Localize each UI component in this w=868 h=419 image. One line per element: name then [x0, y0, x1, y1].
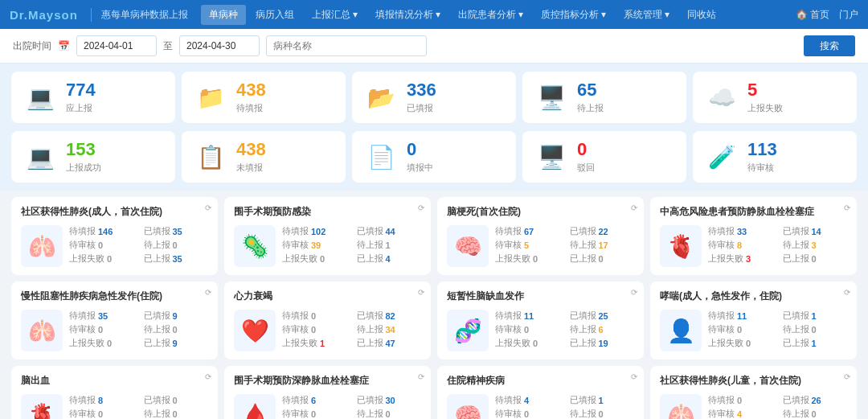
disease-corner-icon-0[interactable]: ⟳: [205, 203, 211, 212]
nav-item-tianbaofenxi[interactable]: 填报情况分析 ▾: [367, 5, 448, 25]
header-right: 🏠 首页 门户: [796, 8, 858, 22]
disease-corner-icon-4[interactable]: ⟳: [205, 288, 211, 297]
disease-img-6: 🧬: [447, 310, 489, 351]
disease-card-4: 慢性阻塞性肺疾病急性发作(住院) ⟳ 🫁 待填报 35 已填报 9 待审核 0 …: [11, 281, 218, 359]
ds-label-7-3: 待上报: [783, 323, 809, 335]
ds-val-0-1: 35: [173, 227, 182, 236]
stat-label-1: 待填报: [236, 102, 266, 114]
ds-label-4-3: 待上报: [144, 323, 170, 335]
filter-date-from[interactable]: [76, 35, 157, 56]
disease-stats-3: 待填报 33 已填报 14 待审核 8 待上报 3 上报失败 3 已上报 0: [708, 225, 847, 265]
disease-corner-icon-5[interactable]: ⟳: [418, 288, 424, 297]
ds-val-3-0: 33: [737, 227, 747, 236]
stat-label-4: 上报失败: [747, 102, 783, 114]
ds-val-0-3: 0: [173, 240, 178, 250]
nav-item-xitong[interactable]: 系统管理 ▾: [616, 5, 678, 25]
ds-val-11-3: 0: [812, 409, 817, 419]
stat-number-r2-2: 0: [407, 140, 433, 159]
ds-val-0-4: 0: [107, 254, 112, 264]
ds-item-0-0: 待填报 146: [69, 225, 134, 237]
ds-val-7-0: 11: [737, 311, 747, 321]
ds-item-7-1: 已填报 1: [783, 310, 848, 322]
ds-item-9-2: 待审核 0: [282, 408, 347, 419]
disease-card-8: 脑出血 ⟳ 🫀 待填报 8 已填报 0 待审核 0 待上报 0 上报失败 0 已…: [11, 366, 218, 419]
nav-item-binglichuzu[interactable]: 病历入组: [248, 5, 302, 25]
ds-label-9-0: 待填报: [282, 394, 309, 406]
ds-item-1-3: 待上报 1: [357, 239, 422, 251]
stat-info-1: 438 待填报: [236, 80, 266, 113]
ds-item-9-3: 待上报 0: [357, 408, 422, 419]
ds-val-3-3: 3: [812, 240, 817, 250]
disease-card-9: 围手术期预防深静脉血栓栓塞症 ⟳ 🩸 待填报 6 已填报 30 待审核 0 待上…: [224, 366, 431, 419]
ds-item-8-0: 待填报 8: [69, 394, 134, 406]
disease-stats-9: 待填报 6 已填报 30 待审核 0 待上报 0 上报失败 0 已上报 0: [282, 394, 421, 419]
ds-label-8-2: 待审核: [69, 408, 96, 419]
disease-corner-icon-9[interactable]: ⟳: [418, 372, 424, 381]
stat-card-row1-1: 📁 438 待填报: [182, 72, 346, 123]
disease-corner-icon-11[interactable]: ⟳: [844, 372, 850, 381]
disease-corner-icon-2[interactable]: ⟳: [631, 203, 637, 212]
ds-item-7-4: 上报失败 0: [708, 337, 773, 349]
stat-icon-2: 📂: [363, 80, 399, 115]
filter-disease-name[interactable]: [266, 35, 427, 56]
ds-label-7-2: 待审核: [708, 323, 735, 335]
ds-item-10-0: 待填报 4: [495, 394, 560, 406]
nav-item-tongzhan[interactable]: 同收站: [679, 5, 724, 25]
main-nav: 单病种 病历入组 上报汇总 ▾ 填报情况分析 ▾ 出院患者分析 ▾ 质控指标分析…: [201, 5, 783, 25]
disease-corner-icon-6[interactable]: ⟳: [631, 288, 637, 297]
ds-label-6-4: 上报失败: [495, 337, 530, 349]
nav-item-chuyuanfenxi[interactable]: 出院患者分析 ▾: [450, 5, 531, 25]
logo-main: Mayson: [28, 8, 78, 22]
ds-val-3-5: 0: [812, 254, 817, 264]
nav-item-zhikong[interactable]: 质控指标分析 ▾: [533, 5, 614, 25]
disease-corner-icon-7[interactable]: ⟳: [844, 288, 850, 297]
ds-label-2-0: 待填报: [495, 225, 522, 237]
disease-stats-5: 待填报 0 已填报 82 待审核 0 待上报 34 上报失败 1 已上报 47: [282, 310, 421, 349]
stat-card-row1-3: 🖥️ 65 待上报: [522, 72, 686, 123]
stat-number-0: 774: [66, 80, 96, 100]
disease-corner-icon-1[interactable]: ⟳: [418, 203, 424, 212]
ds-label-6-1: 已填报: [570, 310, 596, 322]
filter-date-to[interactable]: [179, 35, 260, 56]
ds-item-0-2: 待审核 0: [69, 239, 134, 251]
ds-val-11-1: 26: [812, 396, 821, 405]
ds-label-3-0: 待填报: [708, 225, 735, 237]
disease-corner-icon-3[interactable]: ⟳: [844, 203, 850, 212]
disease-corner-icon-10[interactable]: ⟳: [631, 372, 637, 381]
ds-item-6-5: 已上报 19: [570, 337, 635, 349]
search-button[interactable]: 搜索: [804, 35, 855, 56]
ds-item-4-3: 待上报 0: [144, 323, 209, 335]
ds-label-2-3: 待上报: [570, 239, 596, 251]
stat-label-r2-0: 上报成功: [66, 162, 101, 174]
ds-label-4-1: 已填报: [144, 310, 170, 322]
nav-item-shangbao[interactable]: 上报汇总 ▾: [304, 5, 366, 25]
ds-label-1-5: 已上报: [357, 253, 383, 265]
disease-img-4: 🫁: [21, 310, 63, 351]
ds-item-6-3: 待上报 6: [570, 323, 635, 335]
disease-body-11: 🫁 待填报 0 已填报 26 待审核 4 待上报 0 上报失败 0 已上报 0: [660, 394, 847, 419]
ds-val-2-2: 5: [524, 240, 529, 250]
ds-val-1-4: 0: [320, 254, 325, 264]
disease-stats-7: 待填报 11 已填报 1 待审核 0 待上报 0 上报失败 0 已上报 1: [708, 310, 847, 349]
header-home[interactable]: 🏠 首页: [796, 8, 829, 22]
ds-item-5-0: 待填报 0: [282, 310, 347, 322]
nav-item-danbing[interactable]: 单病种: [201, 5, 246, 25]
stat-info-3: 65 待上报: [577, 80, 604, 113]
ds-val-0-5: 35: [173, 254, 182, 264]
stat-info-r2-3: 0 驳回: [577, 140, 595, 173]
header-portal[interactable]: 门户: [839, 8, 858, 22]
stat-number-1: 438: [236, 80, 266, 100]
ds-val-6-4: 0: [533, 339, 538, 348]
ds-label-7-1: 已填报: [783, 310, 809, 322]
ds-item-1-2: 待审核 39: [282, 239, 347, 251]
ds-val-8-2: 0: [98, 409, 103, 419]
stat-card-row1-4: ☁️ 5 上报失败: [693, 72, 857, 123]
ds-item-0-3: 待上报 0: [144, 239, 209, 251]
ds-item-5-1: 已填报 82: [357, 310, 422, 322]
ds-val-5-4: 1: [320, 339, 325, 348]
ds-label-1-3: 待上报: [357, 239, 383, 251]
ds-val-7-4: 0: [746, 339, 751, 348]
ds-item-11-0: 待填报 0: [708, 394, 773, 406]
disease-corner-icon-8[interactable]: ⟳: [205, 372, 211, 381]
ds-label-10-3: 待上报: [570, 408, 596, 419]
